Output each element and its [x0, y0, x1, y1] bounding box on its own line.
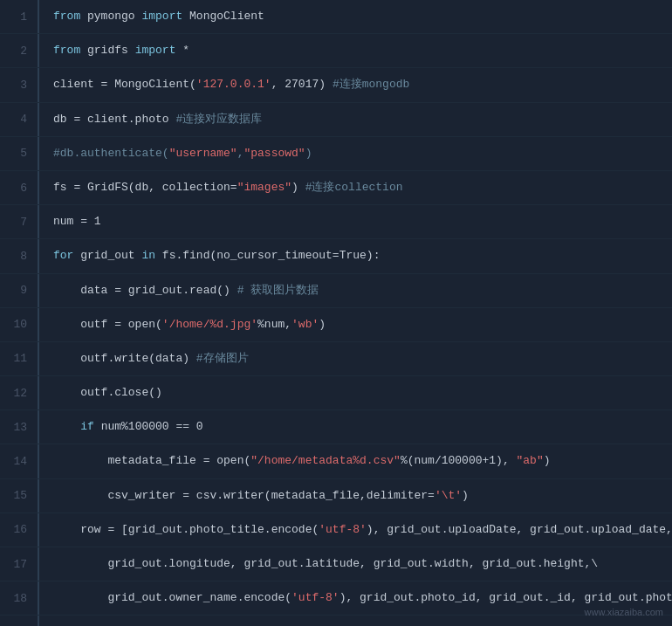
code-token: '/home/%d.jpg' — [162, 317, 257, 333]
code-line: 14 metadata_file = open("/home/metadata%… — [0, 444, 672, 478]
line-number: 17 — [0, 547, 39, 581]
code-token: import — [141, 9, 182, 24]
line-number: 14 — [0, 444, 39, 478]
code-editor: 1from pymongo import MongoClient2from gr… — [0, 0, 672, 626]
code-token: "/home/metadata%d.csv" — [250, 453, 401, 469]
code-token: in — [141, 248, 155, 264]
code-token: for — [53, 248, 73, 264]
code-token: ), grid_out.uploadDate, grid_out.upload_… — [367, 522, 672, 538]
code-line: 3client = MongoClient('127.0.0.1', 27017… — [0, 68, 672, 102]
code-token: fs.find(no_cursor_timeout=True): — [155, 248, 380, 264]
code-token: #存储图片 — [196, 351, 249, 367]
code-token — [53, 419, 80, 435]
line-number: 11 — [0, 342, 39, 375]
code-token: # 获取图片数据 — [237, 283, 319, 299]
line-content: row = [grid_out.photo_title.encode('utf-… — [39, 513, 672, 547]
code-token: '\t' — [435, 488, 462, 504]
code-line: 7num = 1 — [0, 205, 672, 239]
code-line: 15 csv_writer = csv.writer(metadata_file… — [0, 479, 672, 513]
code-token: from — [53, 9, 80, 24]
line-content: fs = GridFS(db, collection="images") #连接… — [39, 171, 672, 204]
line-content: grid_out.longitude, grid_out.latitude, g… — [39, 547, 672, 581]
line-content: outf.write(data) #存储图片 — [39, 342, 672, 375]
code-token: db = client.photo — [53, 112, 175, 127]
line-number: 9 — [0, 274, 39, 307]
code-token: %(num/100000+1), — [401, 453, 517, 469]
code-token: ) — [319, 317, 326, 333]
line-number: 16 — [0, 513, 39, 547]
code-line: 12 outf.close() — [0, 376, 672, 410]
code-token: 'utf-8' — [291, 590, 339, 606]
code-token: , — [237, 146, 244, 162]
code-token: data = grid_out.read() — [53, 283, 237, 299]
line-content: db = client.photo #连接对应数据库 — [39, 103, 672, 136]
code-token: from — [53, 43, 80, 58]
line-number: 7 — [0, 205, 39, 238]
line-content: from pymongo import MongoClient — [39, 0, 672, 33]
code-line: 19 csv_writer.writerow(row)1234567891011… — [0, 616, 672, 626]
line-number: 2 — [0, 34, 39, 67]
watermark: www.xiazaiba.com — [585, 607, 663, 617]
line-number: 15 — [0, 479, 39, 512]
line-number: 19 — [0, 616, 39, 626]
line-content: data = grid_out.read() # 获取图片数据 — [39, 274, 672, 307]
code-token: "username" — [169, 146, 237, 162]
line-content: csv_writer.writerow(row)1234567891011121… — [39, 616, 672, 626]
code-token: 'wb' — [291, 317, 319, 333]
code-token: if — [80, 419, 94, 435]
line-number: 18 — [0, 581, 39, 615]
code-token: #连接mongodb — [333, 77, 409, 93]
code-line: 11 outf.write(data) #存储图片 — [0, 342, 672, 376]
code-token: metadata_file = open( — [53, 453, 250, 469]
line-number: 5 — [0, 137, 39, 170]
code-token: grid_out — [73, 248, 141, 264]
code-line: 18 grid_out.owner_name.encode('utf-8'), … — [0, 581, 672, 616]
code-token: fs = GridFS(db, collection= — [53, 180, 237, 196]
code-token: * — [175, 43, 189, 58]
code-token: , 27017) — [271, 77, 333, 93]
line-number: 4 — [0, 103, 39, 136]
code-token: grid_out.owner_name.encode( — [53, 590, 291, 606]
line-content: outf.close() — [39, 376, 672, 409]
code-token: outf.close() — [53, 385, 162, 401]
line-number: 1 — [0, 0, 39, 33]
code-token: #连接collection — [305, 180, 403, 196]
code-line: 9 data = grid_out.read() # 获取图片数据 — [0, 274, 672, 308]
code-token: outf = open( — [53, 317, 162, 333]
code-token: %num, — [257, 317, 291, 333]
code-token: "images" — [237, 180, 291, 196]
code-token: 'utf-8' — [319, 522, 367, 538]
line-content: csv_writer = csv.writer(metadata_file,de… — [39, 479, 672, 512]
line-content: grid_out.owner_name.encode('utf-8'), gri… — [39, 581, 672, 615]
code-token: "passowd" — [243, 146, 305, 162]
code-line: 13 if num%100000 == 0 — [0, 410, 672, 444]
line-content: #db.authenticate("username","passowd") — [39, 137, 672, 170]
code-token: client = MongoClient( — [53, 77, 196, 93]
code-token: ) — [544, 453, 551, 469]
code-token: ) — [305, 146, 312, 162]
code-line: 1from pymongo import MongoClient — [0, 0, 672, 34]
line-content: from gridfs import * — [39, 34, 672, 67]
line-content: client = MongoClient('127.0.0.1', 27017)… — [39, 68, 672, 101]
code-token: grid_out.longitude, grid_out.latitude, g… — [53, 556, 598, 572]
code-token: outf.write(data) — [53, 351, 196, 367]
code-token: import — [135, 43, 176, 58]
code-line: 4db = client.photo #连接对应数据库 — [0, 103, 672, 137]
code-token: #db.authenticate( — [53, 146, 169, 162]
code-token: "ab" — [517, 453, 544, 469]
code-token: ) — [462, 488, 469, 504]
line-content: for grid_out in fs.find(no_cursor_timeou… — [39, 239, 672, 272]
code-token: row = [grid_out.photo_title.encode( — [53, 522, 319, 538]
line-content: outf = open('/home/%d.jpg'%num,'wb') — [39, 308, 672, 341]
code-line: 8for grid_out in fs.find(no_cursor_timeo… — [0, 239, 672, 273]
line-content: if num%100000 == 0 — [39, 410, 672, 444]
code-token: num = 1 — [53, 214, 101, 230]
line-number: 8 — [0, 239, 39, 272]
line-number: 3 — [0, 68, 39, 101]
code-token: MongoClient — [182, 9, 264, 24]
line-number: 10 — [0, 308, 39, 341]
code-line: 17 grid_out.longitude, grid_out.latitude… — [0, 547, 672, 581]
code-token: ) — [291, 180, 305, 196]
line-number: 12 — [0, 376, 39, 409]
code-token: pymongo — [80, 9, 141, 24]
